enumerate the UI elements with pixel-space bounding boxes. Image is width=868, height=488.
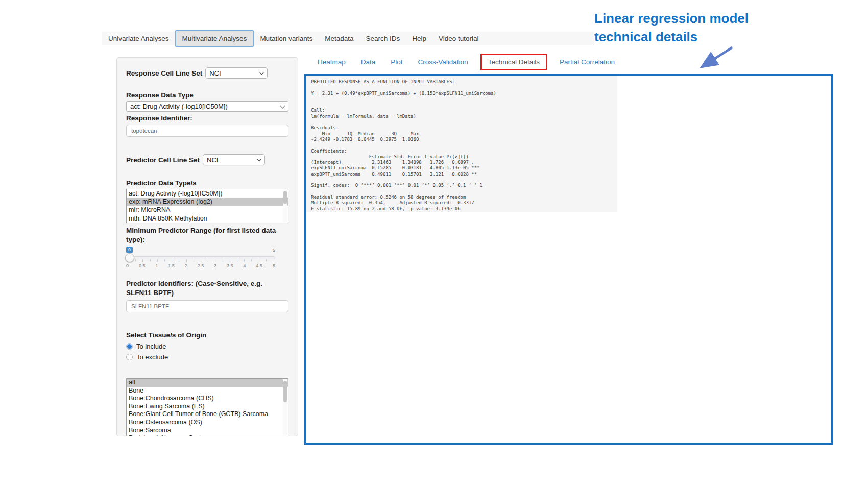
technical-details-panel: PREDICTED RESPONSE AS A FUNCTION OF INPU…	[304, 74, 833, 445]
slider-max-label: 5	[273, 248, 275, 253]
list-item[interactable]: Bone:Sarcoma	[127, 427, 288, 435]
tick-label: 5	[273, 263, 275, 269]
tick-label: 0	[126, 263, 129, 269]
tick-label: 2.5	[198, 263, 204, 269]
nav-search-ids[interactable]: Search IDs	[359, 32, 406, 45]
annotation-arrow-icon	[693, 45, 738, 71]
tick-label: 4.5	[256, 263, 262, 269]
response-data-type-label: Response Data Type	[126, 91, 288, 100]
response-cell-line-set-label: Response Cell Line Set	[126, 69, 202, 78]
annotation-line2: technical details	[594, 28, 763, 46]
chevron-down-icon	[257, 157, 262, 162]
list-item[interactable]: Bone:Osteosarcoma (OS)	[127, 419, 288, 427]
predictor-cell-line-set-label: Predictor Cell Line Set	[126, 156, 200, 164]
list-item[interactable]: mir: MicroRNA	[127, 206, 288, 214]
list-item[interactable]: Bone:Chondrosarcoma (CHS)	[127, 395, 288, 403]
listbox-scrollbar[interactable]	[283, 379, 287, 436]
min-predictor-range-label: Minimum Predictor Range (for first liste…	[126, 226, 288, 245]
tick-label: 0.5	[139, 263, 146, 269]
response-data-type-value: act: Drug Activity (-log10[IC50M])	[130, 103, 278, 110]
to-include-radio[interactable]	[126, 343, 133, 350]
sidebar-panel: Response Cell Line Set NCI Response Data…	[116, 57, 298, 436]
slider-handle[interactable]	[125, 253, 134, 262]
radio-dot	[127, 344, 132, 349]
response-identifier-input[interactable]	[126, 125, 288, 137]
top-navbar: Univariate Analyses Multivariate Analyse…	[102, 32, 640, 45]
nav-help[interactable]: Help	[406, 32, 432, 45]
predictor-cell-line-set-value: NCI	[207, 156, 254, 164]
tick-label: 2	[185, 263, 187, 269]
response-cell-line-set-value: NCI	[209, 69, 257, 77]
nav-video-tutorial[interactable]: Video tutorial	[432, 32, 485, 45]
list-item[interactable]: Bone	[127, 387, 288, 395]
tick-label: 3.5	[227, 263, 233, 269]
response-cell-line-set-select[interactable]: NCI	[205, 67, 268, 79]
slider-tick-labels: 0 0.5 1 1.5 2 2.5 3 3.5 4 4.5 5	[126, 263, 275, 269]
to-include-label: To include	[136, 343, 166, 350]
tick-label: 1	[155, 263, 158, 269]
predictor-identifiers-input[interactable]	[126, 300, 288, 312]
result-tabs: Heatmap Data Plot Cross-Validation Techn…	[318, 53, 615, 70]
tissue-origin-listbox[interactable]: all Bone Bone:Chondrosarcoma (CHS) Bone:…	[126, 378, 288, 436]
annotation-line1: Linear regression model	[594, 9, 763, 28]
list-item[interactable]: Peripheral_Nervous_System	[127, 434, 288, 436]
list-item[interactable]: Bone:Ewing Sarcoma (ES)	[127, 403, 288, 411]
red-annotation-box: Technical Details	[480, 54, 547, 70]
predictor-data-types-listbox[interactable]: act: Drug Activity (-log10[IC50M]) exp: …	[126, 189, 288, 223]
nav-multivariate-analyses[interactable]: Multivariate Analyses	[175, 30, 254, 47]
tab-partial-correlation[interactable]: Partial Correlation	[560, 58, 615, 66]
tab-technical-details[interactable]: Technical Details	[488, 58, 540, 66]
list-item[interactable]: act: Drug Activity (-log10[IC50M])	[127, 189, 288, 198]
slider-ticks	[128, 259, 273, 262]
list-item[interactable]: Bone:Giant Cell Tumor of Bone (GCTB) Sar…	[127, 410, 288, 419]
chevron-down-icon	[259, 70, 264, 75]
tab-data[interactable]: Data	[361, 58, 376, 66]
response-data-type-select[interactable]: act: Drug Activity (-log10[IC50M])	[126, 101, 288, 112]
chevron-down-icon	[280, 103, 285, 108]
predictor-cell-line-set-select[interactable]: NCI	[203, 154, 265, 165]
nav-mutation-variants[interactable]: Mutation variants	[254, 32, 319, 45]
tab-plot[interactable]: Plot	[391, 58, 402, 66]
annotation-text: Linear regression model technical detail…	[594, 9, 763, 46]
tick-label: 1.5	[168, 263, 175, 269]
listbox-scrollbar[interactable]	[283, 190, 287, 222]
tissue-origin-label: Select Tissue/s of Origin	[126, 331, 288, 339]
tab-cross-validation[interactable]: Cross-Validation	[418, 58, 468, 66]
list-item-selected[interactable]: all	[127, 379, 288, 387]
predictor-data-types-label: Predictor Data Type/s	[126, 179, 288, 187]
lm-output: PREDICTED RESPONSE AS A FUNCTION OF INPU…	[306, 76, 617, 212]
nav-metadata[interactable]: Metadata	[319, 32, 359, 45]
response-identifier-label: Response Identifier:	[126, 114, 288, 123]
list-item[interactable]: mth: DNA 850K Methylation	[127, 214, 288, 223]
min-predictor-range-slider[interactable]: 0 5 0 0.5 1 1.5 2 2.5 3 3.5 4 4.5 5	[126, 247, 275, 272]
tick-label: 4	[244, 263, 246, 269]
scrollbar-thumb[interactable]	[283, 381, 287, 402]
to-exclude-radio[interactable]	[126, 354, 133, 360]
predictor-identifiers-label: Predictor Identifiers: (Case-Sensitive, …	[126, 279, 288, 298]
list-item-selected[interactable]: exp: mRNA Expression (log2)	[127, 198, 288, 206]
scrollbar-thumb[interactable]	[283, 191, 287, 204]
to-exclude-label: To exclude	[136, 353, 168, 361]
tab-heatmap[interactable]: Heatmap	[318, 58, 346, 66]
nav-univariate-analyses[interactable]: Univariate Analyses	[102, 32, 175, 45]
tick-label: 3	[214, 263, 216, 269]
slider-value-badge: 0	[126, 247, 133, 253]
